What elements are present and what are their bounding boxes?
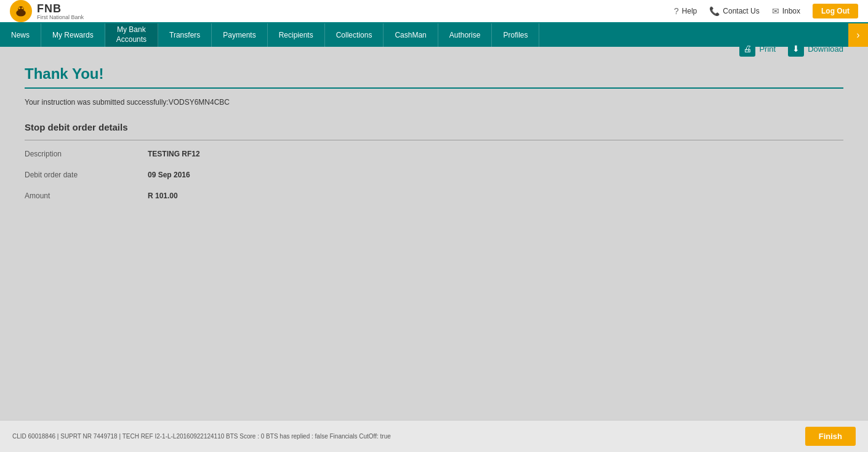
nav-item-rewards[interactable]: My Rewards: [41, 23, 105, 47]
svg-point-3: [18, 7, 20, 9]
inbox-icon: ✉: [772, 6, 779, 16]
logo-subtext: First National Bank: [37, 14, 84, 20]
details-row-amount: Amount R 101.00: [25, 192, 843, 200]
nav-item-profiles[interactable]: Profiles: [492, 23, 539, 47]
help-label: Help: [682, 7, 697, 15]
title-divider: [25, 87, 843, 89]
finish-button[interactable]: Finish: [805, 427, 856, 446]
nav-item-payments[interactable]: Payments: [212, 23, 267, 47]
amount-label: Amount: [25, 192, 148, 200]
date-value: 09 Sep 2016: [148, 171, 190, 179]
footer: CLID 60018846 | SUPRT NR 7449718 | TECH …: [0, 420, 868, 452]
details-section: Stop debit order details Description TES…: [25, 122, 843, 200]
inbox-link[interactable]: ✉ Inbox: [772, 6, 800, 16]
nav-item-cashman[interactable]: CashMan: [384, 23, 438, 47]
download-icon: ⬇: [788, 41, 804, 57]
logout-button[interactable]: Log Out: [813, 4, 858, 18]
details-row-date: Debit order date 09 Sep 2016: [25, 171, 843, 179]
details-divider: [25, 140, 843, 140]
tech-info: CLID 60018846 | SUPRT NR 7449718 | TECH …: [12, 433, 391, 440]
nav-item-recipients[interactable]: Recipients: [268, 23, 325, 47]
details-title: Stop debit order details: [25, 122, 843, 132]
logo-area: FNB First National Bank: [10, 0, 84, 22]
success-message: Your instruction was submitted successfu…: [25, 98, 843, 107]
inbox-label: Inbox: [782, 7, 800, 15]
contact-label: Contact Us: [723, 7, 759, 15]
nav-bar: News My Rewards My BankAccounts Transfer…: [0, 23, 868, 47]
logo-icon: [10, 0, 32, 22]
print-icon: 🖨: [739, 41, 755, 57]
print-label: Print: [759, 44, 776, 54]
main-content: Thank You! 🖨 Print ⬇ Download Your instr…: [0, 47, 868, 420]
contact-link[interactable]: 📞 Contact Us: [709, 6, 759, 16]
thank-you-title: Thank You!: [25, 65, 103, 83]
nav-item-authorise[interactable]: Authorise: [438, 23, 492, 47]
description-label: Description: [25, 150, 148, 158]
header-actions: ? Help 📞 Contact Us ✉ Inbox Log Out: [674, 4, 858, 18]
nav-item-transfers[interactable]: Transfers: [158, 23, 212, 47]
svg-point-4: [22, 7, 23, 9]
details-row-description: Description TESTING RF12: [25, 150, 843, 158]
nav-more-button[interactable]: ›: [848, 23, 868, 47]
nav-item-news[interactable]: News: [0, 23, 41, 47]
download-label: Download: [808, 44, 843, 54]
help-icon: ?: [674, 6, 679, 16]
help-link[interactable]: ? Help: [674, 6, 697, 16]
nav-item-bank-accounts[interactable]: My BankAccounts: [105, 23, 158, 47]
header: FNB First National Bank ? Help 📞 Contact…: [0, 0, 868, 23]
svg-point-2: [18, 6, 23, 12]
description-value: TESTING RF12: [148, 150, 200, 158]
download-button[interactable]: ⬇ Download: [788, 41, 843, 57]
phone-icon: 📞: [709, 6, 720, 16]
nav-item-collections[interactable]: Collections: [325, 23, 384, 47]
print-button[interactable]: 🖨 Print: [739, 41, 776, 57]
logo-text: FNB: [37, 2, 62, 15]
amount-value: R 101.00: [148, 192, 178, 200]
actions-row: 🖨 Print ⬇ Download: [739, 41, 843, 57]
date-label: Debit order date: [25, 171, 148, 179]
